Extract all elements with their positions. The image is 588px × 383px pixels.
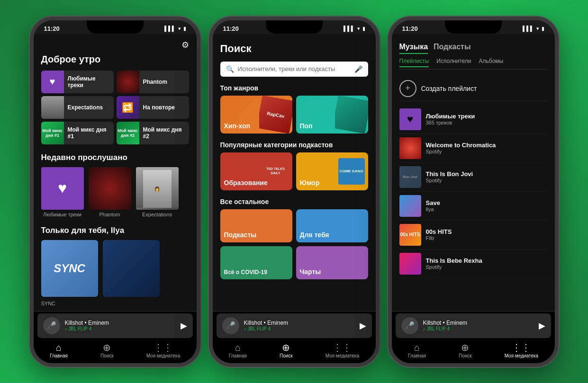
home-icon-2: ⌂ bbox=[235, 343, 241, 352]
nav-library-label-3: Моя медиатека bbox=[505, 353, 538, 358]
signal-icon-2: ▌▌▌ bbox=[344, 26, 354, 31]
home-icon-3: ⌂ bbox=[414, 343, 420, 352]
quick-item-phantom[interactable]: Phantom bbox=[117, 71, 189, 93]
greeting-title: Доброе утро bbox=[41, 54, 189, 65]
other-title: Все остальное bbox=[220, 198, 368, 205]
nav-search-1[interactable]: ⊕ Поиск bbox=[100, 343, 114, 358]
pl-thumb-save bbox=[399, 195, 421, 217]
other-grid: Подкасты Для тебя Всё о COVID-19 Чарты bbox=[220, 209, 368, 279]
recent-item-fav[interactable]: ♥ Любимые треки bbox=[41, 167, 84, 217]
status-icons-1: ▌▌▌ ▾ ▮ bbox=[164, 26, 186, 32]
genre-education-label: Образование bbox=[224, 179, 268, 187]
phone-3: 11:20 ▌▌▌ ▾ ▮ Музыка Подкасты Плейлисты … bbox=[388, 17, 559, 367]
pl-name-00s: 00s HITS bbox=[426, 228, 547, 235]
library-icon-3: ⋮⋮ bbox=[512, 343, 531, 352]
subtab-artists[interactable]: Исполнители bbox=[436, 58, 471, 67]
nav-library-1[interactable]: ⋮⋮ Моя медиатека bbox=[146, 343, 180, 358]
for-you-row: SYNC SYNC bbox=[41, 240, 189, 307]
quick-item-mix2[interactable]: Мой микс дня #2 Мой микс дня #2 bbox=[117, 122, 189, 144]
playlist-item-bebe[interactable]: This Is Bebe Rexha Spotify bbox=[399, 249, 547, 278]
for-you-thumb-1: SYNC bbox=[41, 240, 98, 297]
search-bar[interactable]: 🔍 Исполнители, треки или подкасты 🎤 bbox=[220, 62, 368, 77]
pl-name-bebe: This Is Bebe Rexha bbox=[426, 257, 547, 264]
for-you-item-2[interactable] bbox=[103, 240, 160, 307]
genre-education[interactable]: Образование TED TALKS DAILY bbox=[220, 152, 292, 190]
nav-library-3[interactable]: ⋮⋮ Моя медиатека bbox=[505, 343, 538, 358]
phone-2: 11:20 ▌▌▌ ▾ ▮ Поиск 🔍 Исполнители, треки… bbox=[209, 17, 380, 367]
playlist-item-00s[interactable]: 00s HITS 00s HITS Filtr bbox=[399, 221, 547, 249]
nav-home-label-2: Главная bbox=[229, 353, 247, 358]
podcast-cats-title: Популярные категории подкастов bbox=[220, 141, 368, 149]
now-playing-2[interactable]: 🎤 Killshot • Eminem ♪ JBL FLIP 4 ▶ bbox=[217, 313, 372, 338]
wifi-icon-3: ▾ bbox=[536, 26, 539, 32]
quick-item-exp[interactable]: Expectations bbox=[41, 96, 114, 119]
nav-library-2[interactable]: ⋮⋮ Моя медиатека bbox=[326, 343, 359, 358]
recent-item-phantom[interactable]: Phantom bbox=[89, 167, 131, 217]
playlist-item-bonjovi[interactable]: Bon Jovi This Is Bon Jovi Spotify bbox=[399, 163, 547, 192]
playlist-item-save[interactable]: Save Ilya bbox=[399, 192, 547, 221]
genre-foryou[interactable]: Для тебя bbox=[296, 209, 368, 242]
quick-item-mix1[interactable]: Мой микс дня #1 Мой микс дня #1 bbox=[41, 122, 114, 144]
nav-search-label-3: Поиск bbox=[459, 353, 472, 358]
genre-humor-label: Юмор bbox=[300, 179, 320, 187]
pl-sub-save: Ilya bbox=[426, 206, 547, 212]
recent-label-fav: Любимые треки bbox=[43, 212, 81, 217]
now-playing-3[interactable]: 🎤 Killshot • Eminem ♪ JBL FLIP 4 ▶ bbox=[396, 313, 551, 338]
subtab-playlists[interactable]: Плейлисты bbox=[399, 58, 429, 67]
play-icon-2[interactable]: ▶ bbox=[360, 321, 366, 331]
nav-home-1[interactable]: ⌂ Главная bbox=[50, 343, 68, 358]
nav-search-3[interactable]: ⊕ Поиск bbox=[459, 343, 472, 358]
tab-podcasts[interactable]: Подкасты bbox=[434, 43, 471, 54]
phone-1: 11:20 ▌▌▌ ▾ ▮ ⚙ Доброе утро ♥ Любимые тр… bbox=[30, 17, 200, 367]
now-playing-1[interactable]: 🎤 Killshot • Eminem ♪ JBL FLIP 4 ▶ bbox=[37, 313, 193, 338]
quick-label-mix2: Мой микс дня #2 bbox=[143, 126, 189, 140]
screen3-content: Музыка Подкасты Плейлисты Исполнители Ал… bbox=[392, 34, 555, 311]
status-time-2: 11:20 bbox=[223, 25, 239, 32]
for-you-label-1: SYNC bbox=[41, 301, 56, 306]
genre-hiphop[interactable]: Хип-хоп RapCav bbox=[220, 96, 292, 134]
tab-music[interactable]: Музыка bbox=[399, 43, 428, 54]
quick-item-repeat[interactable]: 🔁 На повторе bbox=[117, 96, 189, 119]
pl-sub-bonjovi: Spotify bbox=[426, 178, 547, 183]
wifi-icon-1: ▾ bbox=[178, 26, 181, 32]
library-icon-2: ⋮⋮ bbox=[333, 343, 352, 352]
subtab-albums[interactable]: Альбомы bbox=[479, 58, 504, 67]
nav-items-3: ⌂ Главная ⊕ Поиск ⋮⋮ Моя медиатека bbox=[392, 340, 555, 363]
bottom-nav-2: 🎤 Killshot • Eminem ♪ JBL FLIP 4 ▶ ⌂ Гла… bbox=[213, 311, 376, 363]
nav-search-label-1: Поиск bbox=[100, 353, 114, 358]
nav-home-label-3: Главная bbox=[408, 353, 426, 358]
nav-search-2[interactable]: ⊕ Поиск bbox=[280, 343, 293, 358]
genre-charts[interactable]: Чарты bbox=[296, 246, 368, 279]
create-playlist-row[interactable]: + Создать плейлист bbox=[399, 76, 547, 101]
pl-info-bebe: This Is Bebe Rexha Spotify bbox=[426, 257, 547, 270]
pl-thumb-00s: 00s HITS bbox=[399, 224, 421, 246]
playlist-item-chromatica[interactable]: Welcome to Chromatica Spotify bbox=[399, 134, 547, 163]
recent-item-exp[interactable]: 👩 Expectations bbox=[136, 167, 179, 217]
nav-items-2: ⌂ Главная ⊕ Поиск ⋮⋮ Моя медиатека bbox=[213, 340, 376, 363]
genre-podcasts[interactable]: Подкасты bbox=[220, 209, 292, 242]
search-bar-icon: 🔍 bbox=[226, 65, 234, 73]
mic-icon[interactable]: 🎤 bbox=[354, 65, 362, 73]
quick-item-fav[interactable]: ♥ Любимые треки bbox=[41, 71, 114, 93]
now-playing-avatar-3: 🎤 bbox=[401, 317, 418, 334]
genre-covid[interactable]: Всё о COVID-19 bbox=[220, 246, 292, 279]
pl-thumb-bonjovi: Bon Jovi bbox=[399, 166, 421, 188]
signal-icon-3: ▌▌▌ bbox=[523, 26, 534, 31]
screen2-content: Поиск 🔍 Исполнители, треки или подкасты … bbox=[213, 34, 376, 311]
quick-label-fav: Любимые треки bbox=[68, 75, 114, 89]
nav-home-3[interactable]: ⌂ Главная bbox=[408, 343, 426, 358]
genre-humor[interactable]: Юмор COME GANG bbox=[296, 152, 368, 190]
playlist-item-fav[interactable]: ♥ Любимые треки 365 треков bbox=[399, 105, 547, 134]
nav-home-2[interactable]: ⌂ Главная bbox=[229, 343, 247, 358]
pl-info-bonjovi: This Is Bon Jovi Spotify bbox=[426, 170, 547, 183]
genre-pop[interactable]: Поп bbox=[296, 96, 368, 134]
nav-home-label-1: Главная bbox=[50, 353, 68, 358]
for-you-item-1[interactable]: SYNC SYNC bbox=[41, 240, 98, 307]
home-icon-1: ⌂ bbox=[56, 343, 62, 352]
now-playing-avatar-2: 🎤 bbox=[222, 317, 239, 334]
play-icon-1[interactable]: ▶ bbox=[181, 321, 187, 331]
play-icon-3[interactable]: ▶ bbox=[539, 321, 545, 331]
for-you-thumb-2 bbox=[103, 240, 160, 297]
genre-pop-label: Поп bbox=[300, 122, 313, 130]
settings-icon[interactable]: ⚙ bbox=[181, 40, 189, 50]
